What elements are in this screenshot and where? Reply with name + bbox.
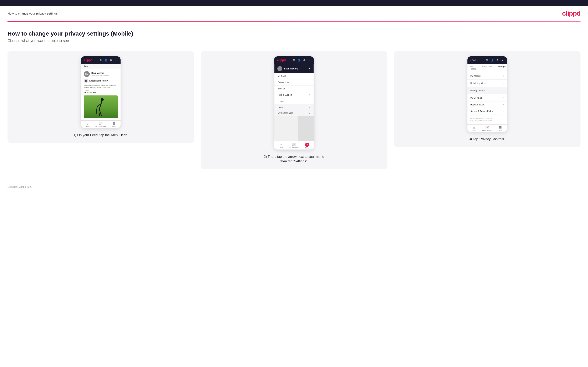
feed-user-name: Blair McHarg (91, 72, 109, 74)
settings-back-nav: ‹ Back 🔍 👤 ⚙ ▾ (467, 56, 507, 64)
settings-item-my-account[interactable]: My Account › (467, 72, 507, 80)
performance-label-3: My Performance (482, 130, 493, 131)
page-title: How to change your privacy settings (Mob… (8, 30, 580, 37)
phone-bottom-home-2[interactable]: ⌂ Home (274, 143, 287, 149)
settings-icon[interactable]: ⚙ (109, 58, 113, 62)
menu-section-performance[interactable]: My Performance ∨ (274, 110, 314, 116)
settings-item-privacy-policy[interactable]: Service & Privacy Policy ↗ (467, 108, 507, 115)
phone-bottom-menu[interactable]: ☰ Menu (107, 122, 121, 127)
my-account-label: My Account (470, 75, 481, 77)
phone-bottom-home[interactable]: ⌂ Home (81, 122, 94, 127)
home-chevron-icon: ∨ (309, 106, 310, 108)
phone-bottom-nav-3: ⌂ Home 📈 My Performance ☰ Menu (467, 124, 507, 132)
feed-golf-image (84, 95, 118, 118)
feed-duration-label: Duration (84, 90, 118, 91)
privacy-policy-ext-link-icon: ↗ (503, 110, 504, 112)
my-account-chevron-icon: › (503, 75, 504, 77)
card-3: ‹ Back 🔍 👤 ⚙ ▾ My Profile Connections Se… (394, 51, 580, 147)
performance-icon-3: 📈 (485, 126, 489, 129)
page-subtitle: Choose what you want people to see (8, 39, 580, 43)
settings-tabs: My Profile Connections Settings (467, 64, 507, 72)
version-text-2: GQL Server Version: 2022.7.30-1 (470, 120, 504, 122)
menu-settings-label: Settings (278, 88, 285, 90)
tab-my-profile[interactable]: My Profile (467, 64, 478, 72)
phone-nav-2: clippd 🔍 👤 ⚙ ▾ (274, 56, 314, 64)
settings-item-help[interactable]: Help & Support ↗ (467, 101, 507, 108)
profile-icon-2[interactable]: 👤 (298, 58, 301, 62)
phone-bottom-performance-3[interactable]: 📈 My Performance (481, 126, 494, 131)
card-1-caption: 1) On your Feed, tap the 'Menu' icon. (73, 133, 128, 137)
profile-icon-3[interactable]: 👤 (491, 58, 494, 62)
phone-bottom-menu-3[interactable]: ☰ Menu (494, 126, 507, 131)
menu-item-help[interactable]: Help & Support ↗ (274, 92, 314, 98)
phone-bottom-performance[interactable]: 📈 My Performance (94, 122, 107, 127)
feed-description: Looking to feel like my hands are exitin… (84, 84, 118, 89)
settings-item-privacy-controls[interactable]: Privacy Controls › (467, 87, 507, 94)
menu-connections-label: Connections (278, 81, 289, 83)
back-label: Back (472, 59, 476, 61)
menu-item-logout[interactable]: Logout (274, 98, 314, 104)
menu-performance-label: My Performance (278, 112, 293, 114)
phone-mockup-3: ‹ Back 🔍 👤 ⚙ ▾ My Profile Connections Se… (467, 56, 507, 132)
data-integrations-label: Data Integrations (470, 82, 486, 84)
phone-mockup-2: clippd 🔍 👤 ⚙ ▾ BM Blair McHarg (274, 56, 314, 150)
performance-chevron-icon: ∨ (309, 112, 310, 114)
feed-user-date: Yesterday · Sunningdale (91, 74, 109, 76)
copyright-text: Copyright Clippd 2022 (8, 185, 32, 188)
privacy-controls-chevron-icon: › (503, 89, 504, 92)
tab-settings[interactable]: Settings (495, 64, 507, 72)
back-button[interactable]: ‹ Back (470, 59, 477, 61)
help-support-label: Help & Support (470, 104, 484, 106)
phone-bottom-home-3[interactable]: ⌂ Home (467, 126, 481, 131)
settings-version: Clippd Client Version: 2022.8.3-3 GQL Se… (467, 115, 507, 124)
lesson-icon: 🎬 (84, 79, 88, 83)
phone-nav-icons-1: 🔍 👤 ⚙ ▾ (99, 58, 118, 62)
menu-avatar: BM (277, 66, 282, 71)
phone-bottom-performance-2[interactable]: 📈 My Performance (287, 143, 301, 149)
menu-section-home[interactable]: Home ∨ (274, 104, 314, 110)
search-icon-3[interactable]: 🔍 (486, 58, 489, 62)
settings-icon-2[interactable]: ⚙ (303, 58, 306, 62)
phone-bottom-menu-2[interactable]: ✕ Menu (301, 143, 314, 149)
external-link-icon: ↗ (309, 94, 310, 96)
header-title: How to change your privacy settings (8, 12, 58, 15)
menu-item-profile[interactable]: My Profile (274, 73, 314, 79)
menu-user-name: Blair McHarg (284, 67, 298, 70)
settings-item-golf-bag[interactable]: My Golf Bag › (467, 94, 507, 101)
menu-item-connections[interactable]: Connections (274, 79, 314, 86)
menu-bg-area (274, 116, 314, 141)
settings-item-data-integrations[interactable]: Data Integrations › (467, 80, 507, 87)
search-icon-2[interactable]: 🔍 (293, 58, 296, 62)
profile-icon[interactable]: 👤 (104, 58, 108, 62)
feed-user: BM Blair McHarg Yesterday · Sunningdale (84, 71, 118, 77)
chevron-icon-3: ▾ (501, 58, 504, 62)
card-1: clippd 🔍 👤 ⚙ ▾ Feed BM Blair McHar (8, 51, 194, 143)
chevron-icon-2: ▾ (308, 58, 311, 62)
logo: clippd (562, 9, 580, 17)
svg-point-0 (101, 98, 104, 101)
search-icon[interactable]: 🔍 (99, 58, 103, 62)
golfer-silhouette-icon (95, 98, 106, 116)
phone-bottom-nav-2: ⌂ Home 📈 My Performance ✕ Menu (274, 141, 314, 150)
golf-bag-chevron-icon: › (503, 96, 504, 99)
footer: Copyright Clippd 2022 (0, 181, 588, 192)
phone-nav-icons-3: 🔍 👤 ⚙ ▾ (486, 58, 504, 62)
help-ext-link-icon: ↗ (503, 104, 504, 106)
feed-avatar: BM (84, 71, 90, 77)
menu-user-row[interactable]: BM Blair McHarg ∧ (274, 64, 314, 73)
close-icon[interactable]: ✕ (305, 143, 309, 147)
home-label: Home (86, 125, 89, 127)
home-label-3: Home (472, 130, 476, 131)
tab-connections[interactable]: Connections (478, 64, 495, 72)
phone-nav-icons-2: 🔍 👤 ⚙ ▾ (293, 58, 311, 62)
menu-dropdown: BM Blair McHarg ∧ My Profile Connections… (274, 64, 314, 141)
home-icon-2: ⌂ (280, 143, 282, 146)
chevron-icon: ▾ (114, 58, 118, 62)
golf-bag-label: My Golf Bag (470, 97, 482, 99)
card-2-caption: 2) Then, tap the arrow next to your name… (263, 154, 325, 164)
performance-label-2: My Performance (289, 146, 299, 148)
home-label-2: Home (279, 146, 283, 148)
settings-icon-3[interactable]: ⚙ (496, 58, 499, 62)
menu-item-settings[interactable]: Settings (274, 86, 314, 92)
header: How to change your privacy settings clip… (0, 6, 588, 21)
